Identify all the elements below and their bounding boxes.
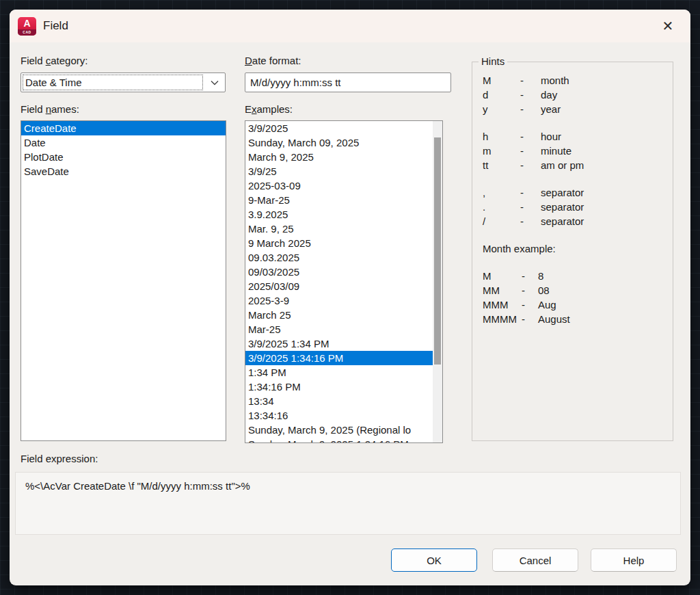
list-item[interactable]: 3/9/25 xyxy=(245,164,434,178)
examples-scrollbar[interactable] xyxy=(433,121,442,442)
hint-row: d-day xyxy=(483,88,673,102)
hint-row: ,-separator xyxy=(483,185,673,200)
field-expression-box: %<\AcVar CreateDate \f "M/d/yyyy h:mm:ss… xyxy=(15,472,681,535)
list-item[interactable]: 9 March 2025 xyxy=(245,236,434,250)
list-item[interactable]: Mar. 9, 25 xyxy=(245,222,434,236)
list-item[interactable]: PlotDate xyxy=(21,150,226,164)
chevron-down-icon[interactable] xyxy=(204,73,225,92)
field-category-dropdown[interactable]: Date & Time xyxy=(21,72,226,92)
hints-separator-group: ,-separator .-separator /-separator xyxy=(483,185,673,228)
dropdown-focus-rect: Date & Time xyxy=(23,75,203,90)
examples-list: 3/9/2025 Sunday, March 09, 2025 March 9,… xyxy=(245,120,443,443)
autocad-icon-letter: A xyxy=(18,17,36,29)
hints-time-group: h-hour m-minute tt-am or pm xyxy=(483,129,673,172)
field-dialog: A CAD Field ✕ Field category: Date & Tim… xyxy=(10,10,690,585)
list-item[interactable]: Sunday, March 9, 2025 (Regional lo xyxy=(245,423,434,437)
hint-row: MM-08 xyxy=(483,283,673,298)
list-item[interactable]: CreateDate xyxy=(21,121,226,135)
cancel-button[interactable]: Cancel xyxy=(492,548,578,572)
list-item[interactable]: March 25 xyxy=(245,308,434,322)
autocad-app-icon: A CAD xyxy=(18,17,36,36)
hint-row: h-hour xyxy=(483,129,673,144)
field-category-value: Date & Time xyxy=(23,77,82,88)
title-bar: A CAD Field ✕ xyxy=(10,10,690,42)
examples-label: Examples: xyxy=(245,103,293,115)
autocad-icon-cad-label: CAD xyxy=(18,29,36,36)
list-item[interactable]: 3.9.2025 xyxy=(245,207,434,222)
date-format-label: Date format: xyxy=(245,55,301,66)
month-example-group: M-8 MM-08 MMM-Aug MMMM-August xyxy=(483,269,673,326)
field-expression-value: %<\AcVar CreateDate \f "M/d/yyyy h:mm:ss… xyxy=(25,480,250,492)
hints-date-group: M-month d-day y-year xyxy=(483,73,673,116)
list-item[interactable]: Date xyxy=(21,135,226,150)
list-item[interactable]: 2025/03/09 xyxy=(245,279,434,293)
hint-row: tt-am or pm xyxy=(483,158,673,172)
dialog-title: Field xyxy=(43,19,68,33)
close-icon[interactable]: ✕ xyxy=(655,14,681,38)
field-expression-label: Field expression: xyxy=(21,453,98,464)
hint-row: m-minute xyxy=(483,144,673,158)
list-item[interactable]: Sunday, March 09, 2025 xyxy=(245,135,434,150)
list-item[interactable]: 1:34 PM xyxy=(245,365,434,380)
list-item[interactable]: 2025-03-09 xyxy=(245,178,434,193)
scrollbar-thumb[interactable] xyxy=(434,137,441,365)
date-format-input[interactable] xyxy=(245,72,451,92)
hint-row: y-year xyxy=(483,102,673,116)
field-names-list: CreateDate Date PlotDate SaveDate xyxy=(21,120,226,441)
list-item[interactable]: 09/03/2025 xyxy=(245,265,434,279)
help-button[interactable]: Help xyxy=(591,548,677,572)
list-item[interactable]: 1:34:16 PM xyxy=(245,380,434,394)
hint-row: M-month xyxy=(483,73,673,88)
list-item[interactable]: 3/9/2025 1:34 PM xyxy=(245,336,434,351)
hint-row: MMMM-August xyxy=(483,312,673,326)
hint-row: M-8 xyxy=(483,269,673,283)
hint-row: .-separator xyxy=(483,200,673,214)
list-item[interactable]: 13:34 xyxy=(245,394,434,408)
month-example-label: Month example: xyxy=(483,241,673,256)
hint-row: MMM-Aug xyxy=(483,298,673,312)
list-item[interactable]: 2025-3-9 xyxy=(245,293,434,308)
list-item[interactable]: Sunday, March 9, 2025 1:34:16 PM xyxy=(245,437,434,443)
list-item[interactable]: 09.03.2025 xyxy=(245,250,434,265)
list-item[interactable]: March 9, 2025 xyxy=(245,150,434,164)
field-names-label: Field names: xyxy=(21,103,79,115)
ok-button[interactable]: OK xyxy=(391,548,477,572)
hints-body: M-month d-day y-year h-hour m-minute tt-… xyxy=(472,62,673,326)
list-item[interactable]: 13:34:16 xyxy=(245,408,434,423)
hints-group-box: Hints M-month d-day y-year h-hour m-minu… xyxy=(472,62,673,441)
hints-title: Hints xyxy=(479,55,507,67)
list-item[interactable]: 9-Mar-25 xyxy=(245,193,434,207)
hint-row: /-separator xyxy=(483,214,673,228)
list-item[interactable]: 3/9/2025 xyxy=(245,121,434,135)
field-category-label: Field category: xyxy=(21,55,88,66)
list-item[interactable]: Mar-25 xyxy=(245,322,434,336)
list-item[interactable]: 3/9/2025 1:34:16 PM xyxy=(245,351,434,365)
list-item[interactable]: SaveDate xyxy=(21,164,226,178)
